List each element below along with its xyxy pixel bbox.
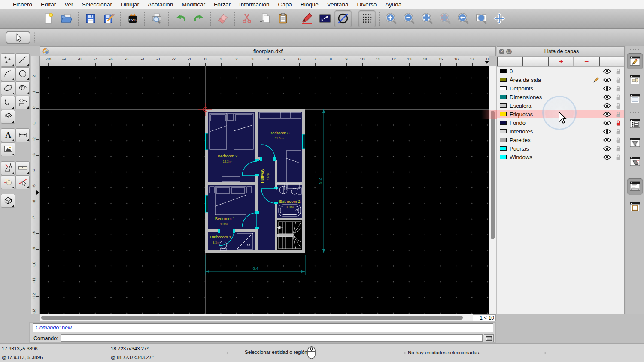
- draw-pencil-button[interactable]: [298, 10, 316, 27]
- zoom-window-button[interactable]: [473, 10, 490, 27]
- layer-color-swatch[interactable]: [500, 95, 507, 99]
- zoom-in-button[interactable]: [383, 10, 400, 27]
- close-icon[interactable]: ✕: [499, 49, 504, 54]
- menu-item-información[interactable]: Información: [235, 1, 274, 8]
- grid-toggle-button[interactable]: [358, 10, 376, 27]
- modify-tools-button[interactable]: [1, 175, 15, 189]
- menu-item-ventana[interactable]: Ventana: [323, 1, 353, 8]
- draw-polyline-button[interactable]: [1, 96, 15, 109]
- layer-lock-icon[interactable]: [616, 94, 624, 100]
- layer-visibility-icon[interactable]: [603, 103, 613, 109]
- layer-visibility-icon[interactable]: [603, 77, 613, 83]
- snap-free-button[interactable]: [334, 10, 352, 27]
- draw-shapes-button[interactable]: [15, 96, 30, 109]
- layer-color-swatch[interactable]: [500, 112, 507, 116]
- draw-points-button[interactable]: [1, 53, 15, 67]
- draw-dimension-button[interactable]: [15, 128, 30, 142]
- pen-settings-toggle-button[interactable]: [627, 91, 643, 107]
- add-layer-button[interactable]: +: [548, 57, 574, 66]
- draw-circle-button[interactable]: [15, 67, 30, 81]
- layer-visibility-icon[interactable]: [603, 120, 613, 126]
- draw-hatch-button[interactable]: [1, 110, 15, 124]
- zoom-previous-button[interactable]: [455, 10, 472, 27]
- menu-item-fichero[interactable]: Fichero: [9, 1, 36, 8]
- layer-lock-icon[interactable]: [616, 154, 624, 160]
- menu-item-ver[interactable]: Ver: [60, 1, 77, 8]
- menu-item-ayuda[interactable]: Ayuda: [381, 1, 406, 8]
- layer-color-swatch[interactable]: [500, 155, 507, 159]
- layer-lock-icon[interactable]: [616, 120, 624, 126]
- draw-text-button[interactable]: A: [1, 128, 15, 142]
- layer-visibility-icon[interactable]: [603, 86, 613, 91]
- layer-color-swatch[interactable]: [500, 129, 507, 133]
- menu-item-forzar[interactable]: Forzar: [210, 1, 235, 8]
- draw-arc-button[interactable]: [1, 67, 15, 81]
- canvas-vertical-scrollbar[interactable]: [489, 66, 496, 314]
- drafting-tools-button[interactable]: [1, 161, 15, 175]
- export-svg-button[interactable]: SVG: [124, 10, 141, 27]
- delete-eraser-button[interactable]: [214, 10, 231, 27]
- library-browser-toggle-button[interactable]: [627, 53, 643, 69]
- draw-line-button[interactable]: [15, 53, 30, 67]
- print-preview-button[interactable]: [148, 10, 165, 27]
- undo-button[interactable]: [172, 10, 189, 27]
- undock-icon[interactable]: ❐: [506, 49, 512, 54]
- drawing-canvas[interactable]: Bedroom 2 12.3m² Bedroom 3 11.5m² Hallwa…: [40, 66, 489, 314]
- layer-lock-icon[interactable]: [616, 77, 624, 83]
- paste-button[interactable]: [274, 10, 292, 27]
- menu-item-dibujar[interactable]: Dibujar: [116, 1, 143, 8]
- zoom-out-button[interactable]: [401, 10, 418, 27]
- draw-image-button[interactable]: [1, 142, 15, 156]
- scrollbar-thumb[interactable]: [491, 111, 495, 239]
- menu-item-acotación[interactable]: Acotación: [143, 1, 177, 8]
- camera-view-toggle-button[interactable]: [627, 154, 643, 170]
- menu-item-seleccionar[interactable]: Seleccionar: [78, 1, 117, 8]
- toolbar-grip[interactable]: [2, 32, 4, 43]
- select-entity-button[interactable]: [15, 175, 30, 189]
- menu-item-capa[interactable]: Capa: [274, 1, 296, 8]
- clipboard-panel-toggle-button[interactable]: [627, 199, 643, 215]
- layer-visibility-icon[interactable]: [603, 94, 613, 100]
- layer-color-swatch[interactable]: [500, 69, 507, 73]
- new-document-button[interactable]: [40, 10, 57, 27]
- menu-item-modificar[interactable]: Modificar: [177, 1, 210, 8]
- layer-list-toggle-button[interactable]: [627, 116, 643, 132]
- select-rectangle-button[interactable]: [316, 10, 334, 27]
- layer-color-swatch[interactable]: [500, 146, 507, 151]
- layer-visibility-icon[interactable]: [603, 112, 613, 117]
- show-all-eye-button[interactable]: [497, 57, 522, 66]
- layer-color-swatch[interactable]: [500, 78, 507, 82]
- command-options-button[interactable]: [484, 334, 494, 342]
- layer-lock-icon[interactable]: [616, 103, 624, 109]
- edit-layer-button[interactable]: [599, 57, 624, 66]
- menu-item-editar[interactable]: Editar: [36, 1, 60, 8]
- layer-visibility-icon[interactable]: [603, 129, 613, 134]
- draw-ellipse-button[interactable]: [1, 81, 15, 95]
- layer-visibility-icon[interactable]: [603, 146, 613, 151]
- copy-button[interactable]: [256, 10, 273, 27]
- layer-lock-icon[interactable]: [616, 128, 624, 135]
- layer-lock-icon[interactable]: [616, 145, 624, 152]
- command-input[interactable]: [61, 334, 483, 342]
- selection-filter-toggle-button[interactable]: [627, 135, 643, 151]
- block-list-toggle-button[interactable]: [627, 72, 643, 88]
- select-arrow-button[interactable]: [6, 31, 30, 44]
- menu-item-bloque[interactable]: Bloque: [296, 1, 323, 8]
- remove-layer-button[interactable]: −: [574, 57, 599, 66]
- view-3d-button[interactable]: [1, 194, 15, 208]
- layer-color-swatch[interactable]: [500, 138, 507, 142]
- command-panel-toggle-button[interactable]: [627, 178, 643, 195]
- scrollbar-thumb[interactable]: [41, 316, 463, 320]
- layer-lock-icon[interactable]: [616, 85, 624, 92]
- layers-panel-titlebar[interactable]: ✕ ❐ Lista de capas: [497, 47, 624, 57]
- menu-item-diverso[interactable]: Diverso: [352, 1, 381, 8]
- layer-lock-icon[interactable]: [616, 111, 624, 118]
- draw-spline-button[interactable]: [15, 81, 30, 95]
- layer-visibility-icon[interactable]: [603, 137, 613, 143]
- pan-button[interactable]: [491, 10, 508, 27]
- layer-lock-icon[interactable]: [616, 137, 624, 143]
- layer-lock-icon[interactable]: [616, 68, 624, 75]
- cut-button[interactable]: [238, 10, 255, 27]
- layer-row-defpoints[interactable]: Defpoints: [497, 84, 624, 93]
- layer-color-swatch[interactable]: [500, 121, 507, 125]
